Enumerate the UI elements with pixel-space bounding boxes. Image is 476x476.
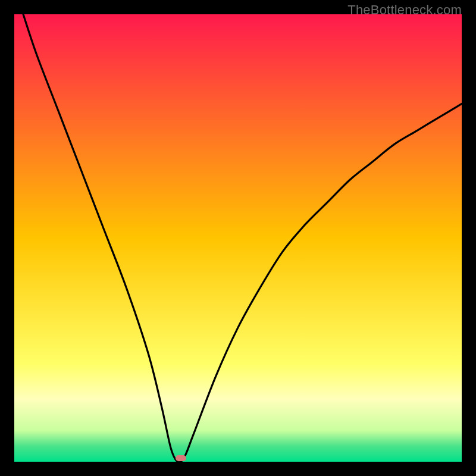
bottleneck-curve (14, 14, 462, 462)
watermark-text: TheBottleneck.com (347, 2, 462, 18)
optimal-point-marker (176, 455, 186, 461)
